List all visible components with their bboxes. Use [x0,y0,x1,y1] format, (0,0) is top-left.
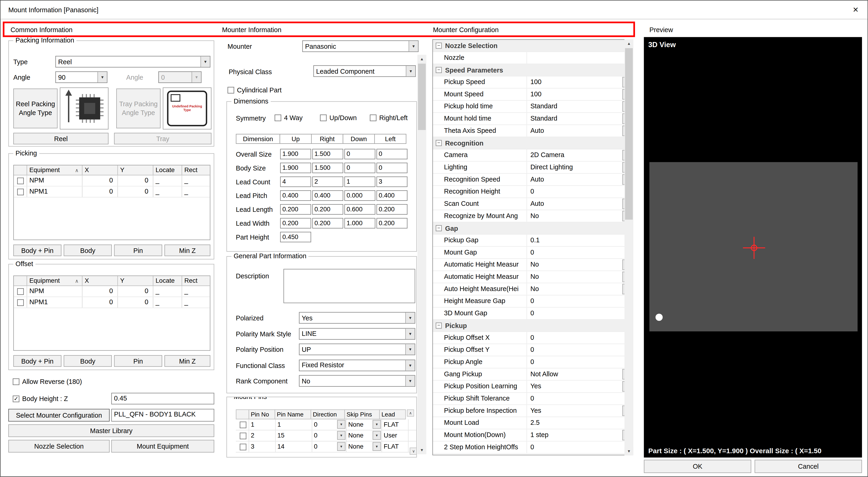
column-header-y[interactable]: Y [118,276,153,285]
dimension-input[interactable]: 0.200 [312,204,343,215]
property-value[interactable]: No▼ [527,271,632,283]
column-header-lead[interactable]: Lead [379,409,406,419]
config-category-row[interactable]: −Nozzle Selection [433,40,632,52]
config-item-row[interactable]: Pickup Speed100▼ [433,76,632,89]
config-item-row[interactable]: Pickup Angle0 [433,356,632,368]
property-value[interactable]: No▼ [527,283,632,295]
dimension-input[interactable]: 1.900 [280,149,311,159]
body-button[interactable]: Body [64,355,112,367]
description-textarea[interactable] [283,269,415,303]
chevron-down-icon[interactable]: ▼ [373,420,381,429]
column-header-x[interactable]: X [83,165,118,175]
allow-reverse-checkbox[interactable]: Allow Reverse (180) [13,378,82,386]
dimension-input[interactable]: 0.400 [312,190,343,201]
dropdown[interactable]: Yes▼ [299,312,415,323]
chevron-down-icon[interactable]: ▼ [405,376,415,386]
property-value[interactable]: 0 [527,247,632,258]
config-item-row[interactable]: Pickup Offset X0 [433,332,632,344]
row-checkbox[interactable] [240,433,246,439]
chevron-down-icon[interactable]: ▼ [373,442,381,451]
config-item-row[interactable]: Pickup hold timeStandard▼ [433,101,632,113]
scroll-up-icon[interactable]: ▲ [625,39,633,47]
column-header-y[interactable]: Y [118,165,153,175]
table-row[interactable]: NPM100__ [14,297,210,308]
dimension-input[interactable]: 0.450 [280,232,311,243]
property-value[interactable]: Yes▼ [527,405,632,416]
dimension-input[interactable]: 1 [344,176,375,187]
column-header-locate[interactable]: Locate [153,165,182,175]
chevron-down-icon[interactable]: ▼ [337,431,346,440]
chevron-down-icon[interactable]: ▼ [373,431,381,440]
property-value[interactable]: 0 [527,356,632,368]
dropdown[interactable]: No▼ [299,375,415,387]
dropdown[interactable]: UP▼ [299,343,415,355]
mounter-dropdown[interactable]: Panasonic ▼ [302,40,418,52]
config-item-row[interactable]: Mount hold timeStandard▼ [433,113,632,125]
config-item-row[interactable]: Recognition Height0 [433,186,632,198]
body-pin-button[interactable]: Body + Pin [13,355,61,367]
reel-button[interactable]: Reel [13,133,108,144]
symmetry-updown-checkbox[interactable]: Up/Down [320,114,357,122]
scroll-up-icon[interactable]: ∧ [407,409,414,416]
chevron-down-icon[interactable]: ▼ [337,442,346,451]
dimension-input[interactable]: 0.200 [377,204,407,215]
close-icon[interactable]: ✕ [853,5,859,14]
config-item-row[interactable]: Theta Axis SpeedAuto▼ [433,125,632,137]
config-item-row[interactable]: Mount Gap0 [433,247,632,259]
dimension-input[interactable]: 1.900 [280,163,311,173]
property-value[interactable]: 2.5 [527,417,632,429]
cancel-button[interactable]: Cancel [754,460,862,473]
symmetry-rightleft-checkbox[interactable]: Right/Left [370,114,408,122]
mounter-info-scrollbar[interactable]: ▲ ▼ [417,55,426,454]
checkbox-box[interactable] [275,114,281,121]
property-value[interactable]: 2D Camera▼ [527,149,632,161]
config-item-row[interactable]: Pickup Shift Tolerance0 [433,393,632,405]
nozzle-selection-button[interactable]: Nozzle Selection [8,440,110,452]
property-value[interactable]: Not Allow▼ [527,368,632,380]
angle-dropdown[interactable]: 90 ▼ [56,71,107,83]
config-item-row[interactable]: Nozzle [433,52,632,64]
scrollbar-thumb[interactable] [625,48,633,219]
property-value[interactable]: Standard▼ [527,101,632,112]
chevron-down-icon[interactable]: ▼ [405,328,415,339]
chevron-down-icon[interactable]: ▼ [405,312,415,323]
min-z-button[interactable]: Min Z [164,245,210,256]
config-category-row[interactable]: −Speed Parameters [433,64,632,76]
row-checkbox[interactable] [17,288,24,295]
property-value[interactable]: 0 [527,296,632,307]
dimension-input[interactable]: 1.000 [344,218,375,229]
dimension-input[interactable]: 2 [312,176,343,187]
config-item-row[interactable]: Recognize by Mount AngNo▼ [433,210,632,223]
config-item-row[interactable]: Mount Motion(Down)1 step▼ [433,430,632,442]
table-row[interactable]: NPM00__ [14,286,210,297]
property-value[interactable]: 0 [527,186,632,198]
chevron-down-icon[interactable]: ▼ [405,360,415,371]
column-header-equipment[interactable]: Equipment∧ [27,276,83,285]
dimension-input[interactable]: 4 [280,176,311,187]
property-value[interactable]: 0.1 [527,234,632,246]
dimension-input[interactable]: 0.200 [377,218,407,229]
config-item-row[interactable]: 2 Step Motion HeightOffs0 [433,441,632,454]
dimension-input[interactable]: 0 [377,149,407,159]
property-value[interactable]: 100▼ [527,89,632,100]
body-button[interactable]: Body [64,245,112,256]
config-category-row[interactable]: −Recognition [433,137,632,149]
row-checkbox[interactable] [240,421,246,428]
checkbox-box[interactable] [370,114,377,121]
collapse-icon[interactable]: − [436,140,442,146]
master-library-button[interactable]: Master Library [8,424,214,437]
property-value[interactable]: 0 [527,441,632,453]
dimension-input[interactable]: 1.500 [312,149,343,159]
reel-packing-angle-type-button[interactable]: Reel Packing Angle Type [13,89,58,128]
dropdown[interactable]: Fixed Resistor▼ [299,360,415,371]
property-value[interactable]: 0 [527,393,632,404]
dimension-input[interactable]: 0.200 [280,218,311,229]
body-pin-button[interactable]: Body + Pin [13,245,61,256]
table-row[interactable]: NPM100__ [14,186,210,198]
column-header-x[interactable]: X [83,276,118,285]
config-item-row[interactable]: Automatic Height MeasurNo▼ [433,271,632,283]
column-header-pin-name[interactable]: Pin Name [275,409,311,419]
checkbox-box[interactable] [13,396,20,402]
column-header-equipment[interactable]: Equipment∧ [27,165,83,175]
dropdown[interactable]: LINE▼ [299,328,415,339]
